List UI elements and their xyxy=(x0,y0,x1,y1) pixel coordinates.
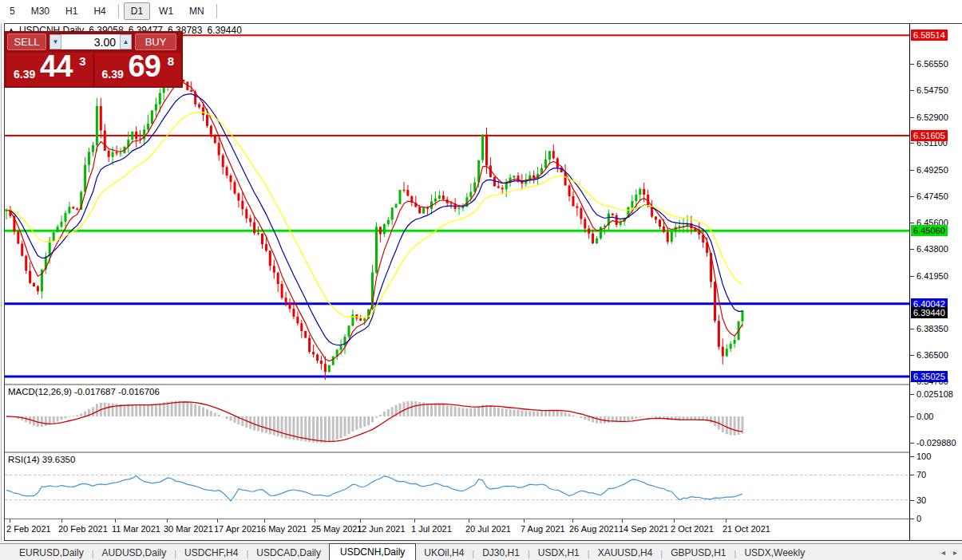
timeframe-button-h1[interactable]: H1 xyxy=(58,2,85,20)
price-tick-label: 6.56550 xyxy=(916,59,948,69)
axis-tick xyxy=(910,64,914,65)
rsi-axis-label: 100 xyxy=(916,452,931,461)
timeframe-button-d1[interactable]: D1 xyxy=(124,2,150,20)
date-label: 25 May 2021 xyxy=(311,524,362,534)
tab-usdchf-h4[interactable]: USDCHF,H4 xyxy=(176,545,246,560)
timeframe-button-mn[interactable]: MN xyxy=(182,2,212,20)
tab-gbpusd-h1[interactable]: GBPUSD,H1 xyxy=(663,545,734,560)
axis-tick xyxy=(910,456,914,457)
price-level-badge: 6.51605 xyxy=(911,130,948,141)
macd-axis-label: 0.00 xyxy=(916,412,933,421)
date-label: 2 Feb 2021 xyxy=(6,524,51,534)
price-level-badge: 6.39440 xyxy=(911,307,948,318)
sell-button[interactable]: SELL xyxy=(7,34,46,50)
axis-tick xyxy=(910,249,914,250)
axis-tick xyxy=(910,196,914,197)
axis-tick xyxy=(910,143,914,144)
moving-average-fast xyxy=(6,83,742,361)
rsi-plot xyxy=(5,453,909,519)
trade-panel-prices: 6.39 44 3 6.39 69 8 xyxy=(5,53,182,86)
macd-pane[interactable]: MACD(12,26,9) -0.017687 -0.016706 xyxy=(5,385,909,453)
date-tick xyxy=(469,519,469,523)
volume-input[interactable] xyxy=(61,34,120,49)
date-label: 12 Jun 2021 xyxy=(357,524,406,534)
timeframe-button-w1[interactable]: W1 xyxy=(152,2,180,20)
date-label: 6 May 2021 xyxy=(261,524,307,534)
date-label: 14 Sep 2021 xyxy=(619,524,668,534)
rsi-pane[interactable]: RSI(14) 39.6350 xyxy=(5,453,909,519)
timeframe-button-m30[interactable]: M30 xyxy=(24,2,57,20)
date-tick xyxy=(264,519,265,523)
volume-decrease-button[interactable]: ▼ xyxy=(49,34,61,49)
price-level-badge: 6.45060 xyxy=(911,225,948,236)
volume-increase-button[interactable]: ▲ xyxy=(120,34,132,49)
date-label: 20 Feb 2021 xyxy=(58,524,108,534)
tab-xauusd-h4[interactable]: XAUUSD,H4 xyxy=(590,545,661,560)
price-tick-label: 6.38350 xyxy=(916,324,948,333)
tab-scroll-right-button[interactable]: ▸ xyxy=(953,548,957,557)
axis-tick xyxy=(910,475,914,475)
axis-tick xyxy=(910,329,914,329)
tab-usdx-weekly[interactable]: USDX,Weekly xyxy=(736,545,813,560)
date-label: 20 Jul 2021 xyxy=(465,524,511,534)
buy-price-big: 69 xyxy=(129,49,160,84)
date-label: 1 Jul 2021 xyxy=(411,524,452,534)
date-axis[interactable]: 2 Feb 202120 Feb 202111 Mar 202130 Mar 2… xyxy=(5,519,909,540)
tab-dj30-h1[interactable]: DJ30,H1 xyxy=(474,545,528,560)
ohlc-close: 6.39440 xyxy=(207,25,241,36)
axis-tick xyxy=(910,223,914,223)
macd-axis-label: -0.029880 xyxy=(916,438,956,448)
toolbar-separator xyxy=(118,4,119,18)
one-click-trading-panel: SELL ▼ ▲ BUY 6.39 44 3 6.39 69 8 xyxy=(5,32,182,87)
bull-wicks xyxy=(6,71,742,373)
trade-panel-controls: SELL ▼ ▲ BUY xyxy=(5,34,182,50)
price-level-badge: 6.58514 xyxy=(911,30,948,41)
timeframe-button-5[interactable]: 5 xyxy=(2,2,22,20)
sell-price-base: 6.39 xyxy=(14,68,35,81)
buy-price-tile[interactable]: 6.39 69 8 xyxy=(95,53,181,86)
axis-tick xyxy=(910,394,914,395)
chart-tab-bar: EURUSD,Daily|AUDUSD,Daily|USDCHF,H4|USDC… xyxy=(0,543,962,560)
price-axis[interactable]: 6.565506.547506.529006.511006.492506.474… xyxy=(909,24,962,540)
axis-tick xyxy=(910,276,914,277)
tab-scroll-left-button[interactable]: ◂ xyxy=(941,548,945,557)
tab-ukoil-h4[interactable]: UKOil,H4 xyxy=(416,545,472,560)
price-level-badge: 6.35025 xyxy=(911,371,948,382)
date-label: 21 Oct 2021 xyxy=(722,524,770,534)
date-label: 2 Oct 2021 xyxy=(671,524,714,534)
bull-bodies xyxy=(6,74,744,372)
rsi-label: RSI(14) 39.6350 xyxy=(8,455,75,464)
tab-usdx-h1[interactable]: USDX,H1 xyxy=(530,545,588,560)
price-tick-label: 6.49250 xyxy=(916,165,948,175)
date-tick xyxy=(61,519,62,523)
price-tick-label: 6.52900 xyxy=(916,112,948,122)
date-label: 30 Mar 2021 xyxy=(164,524,213,534)
tab-usdcad-daily[interactable]: USDCAD,Daily xyxy=(248,545,329,560)
price-tick-label: 6.36500 xyxy=(916,350,948,360)
tab-audusd-daily[interactable]: AUDUSD,Daily xyxy=(94,545,175,560)
timeframe-button-h4[interactable]: H4 xyxy=(86,2,113,20)
timeframe-toolbar: 5M30H1H4D1W1MN xyxy=(0,0,962,22)
buy-price-base: 6.39 xyxy=(102,68,124,81)
date-label: 26 Aug 2021 xyxy=(569,524,619,534)
date-label: 11 Mar 2021 xyxy=(112,524,160,534)
date-tick xyxy=(10,519,10,523)
macd-histogram xyxy=(6,401,744,444)
tab-usdcnh-daily[interactable]: USDCNH,Daily xyxy=(329,543,416,560)
date-tick xyxy=(315,519,315,523)
rsi-axis-label: 0 xyxy=(916,514,921,523)
sell-price-tile[interactable]: 6.39 44 3 xyxy=(6,53,93,86)
date-tick xyxy=(167,519,168,523)
buy-button[interactable]: BUY xyxy=(135,34,176,50)
date-tick xyxy=(360,519,361,523)
date-tick xyxy=(115,519,116,523)
window-border xyxy=(1,23,2,541)
rsi-axis-label: 30 xyxy=(916,495,926,505)
date-tick xyxy=(524,519,525,523)
axis-tick xyxy=(910,355,914,356)
tab-eurusd-daily[interactable]: EURUSD,Daily xyxy=(11,545,92,560)
axis-tick xyxy=(910,500,914,501)
price-tick-label: 6.47450 xyxy=(916,191,948,201)
price-tick-label: 6.41950 xyxy=(916,271,948,281)
price-tick-label: 6.54750 xyxy=(916,85,948,95)
